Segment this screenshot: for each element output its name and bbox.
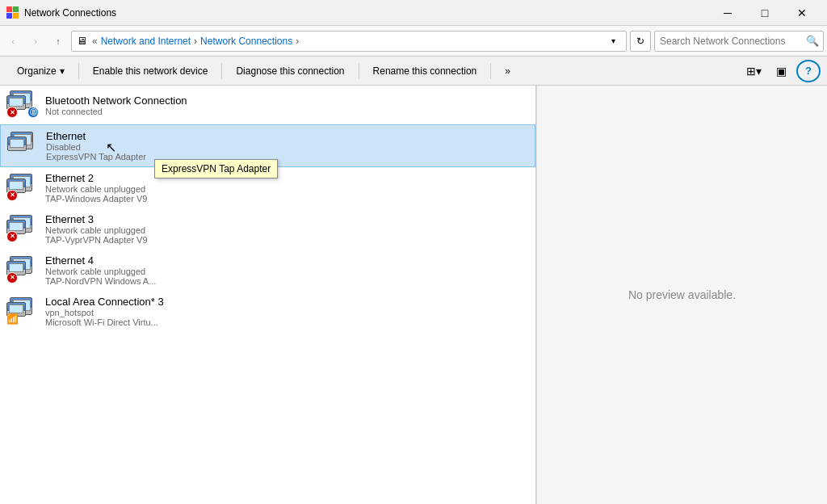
connection-adapter: TAP-Windows Adapter V9 [45,194,529,204]
list-item[interactable]: Ⓑ Bluetooth Network Connection Not conne… [0,86,535,124]
item-info: Local Area Connection* 3 vpn_hotspot Mic… [45,296,529,327]
item-info: Ethernet Disabled ExpressVPN Tap Adapter [46,130,528,162]
connection-adapter: ExpressVPN Tap Adapter [46,152,528,162]
connection-adapter: TAP-NordVPN Windows A... [45,276,529,286]
connection-name: Bluetooth Network Connection [45,94,529,107]
breadcrumb-sep3: › [296,36,299,47]
diagnose-button[interactable]: Diagnose this connection [225,59,355,83]
toolbar-icon-group: ⊞▾ ▣ ? [741,60,821,82]
list-item[interactable]: 📶 Local Area Connection* 3 vpn_hotspot M… [0,291,535,332]
main-content: Ⓑ Bluetooth Network Connection Not conne… [0,86,827,504]
more-icon: » [505,65,510,77]
list-item[interactable]: Ethernet 4 Network cable unplugged TAP-N… [0,250,535,291]
breadcrumb-sep1: « [92,36,98,47]
connection-name: Ethernet 4 [45,254,529,267]
item-icon-bluetooth: Ⓑ [6,90,39,120]
minimize-button[interactable]: ─ [709,0,746,26]
item-icon-ethernet1 [7,132,40,161]
search-icon-button[interactable]: 🔍 [802,31,823,52]
back-button[interactable]: ‹ [3,32,23,51]
maximize-button[interactable]: □ [746,0,783,26]
breadcrumb-network-connections[interactable]: Network Connections [200,36,292,47]
connection-adapter: TAP-VyprVPN Adapter V9 [45,235,529,245]
toolbar: Organize ▾ Enable this network device Di… [0,57,827,86]
address-bar: ‹ › ↑ 🖥 « Network and Internet › Network… [0,26,827,57]
connection-status: Network cable unplugged [45,267,529,276]
preview-pane-button[interactable]: ▣ [769,60,793,82]
connection-adapter: Microsoft Wi-Fi Direct Virtu... [45,317,529,327]
bluetooth-icon: Ⓑ [27,107,39,118]
no-preview-text: No preview available. [628,288,736,301]
item-info: Bluetooth Network Connection Not connect… [45,94,529,116]
toolbar-divider-2 [221,63,222,79]
search-box: 🔍 [654,31,824,52]
item-info: Ethernet 3 Network cable unplugged TAP-V… [45,213,529,245]
address-dropdown-button[interactable]: ▾ [605,33,621,49]
signal-icon: 📶 [6,313,19,325]
list-item[interactable]: Ethernet Disabled ExpressVPN Tap Adapter… [0,124,535,167]
organize-label: Organize [17,65,57,77]
connection-status: Network cable unplugged [45,184,529,194]
rename-label: Rename this connection [373,65,477,77]
rename-button[interactable]: Rename this connection [363,59,488,83]
list-item[interactable]: Ethernet 3 Network cable unplugged TAP-V… [0,208,535,250]
forward-button[interactable]: › [26,32,45,51]
status-x-icon [6,231,18,242]
organize-caret-icon: ▾ [60,65,65,77]
connection-name: Ethernet 2 [45,172,529,184]
status-x-icon [6,190,18,201]
diagnose-label: Diagnose this connection [236,65,344,77]
status-x-icon [6,107,18,118]
toolbar-divider-1 [78,63,79,79]
search-input[interactable] [655,36,802,47]
app-icon [6,6,19,19]
toolbar-divider-3 [359,63,359,79]
connection-status: Not connected [45,107,529,116]
address-path: 🖥 « Network and Internet › Network Conne… [71,31,627,52]
breadcrumb-network-internet[interactable]: Network and Internet [101,36,191,47]
title-bar: Network Connections ─ □ ✕ [0,0,827,26]
toolbar-divider-4 [490,63,491,79]
file-list[interactable]: Ⓑ Bluetooth Network Connection Not conne… [0,86,536,504]
up-button[interactable]: ↑ [48,32,68,51]
connection-name: Ethernet [46,130,528,142]
status-x-icon [6,272,18,284]
item-info: Ethernet 4 Network cable unplugged TAP-N… [45,254,529,286]
connection-name: Local Area Connection* 3 [45,296,529,308]
item-icon-local-area: 📶 [6,297,39,326]
list-item[interactable]: Ethernet 2 Network cable unplugged TAP-W… [0,167,535,208]
window-controls: ─ □ ✕ [709,0,821,26]
refresh-button[interactable]: ↻ [630,31,651,52]
help-button[interactable]: ? [796,60,821,82]
preview-pane: No preview available. [536,86,827,504]
more-button[interactable]: » [494,59,521,83]
enable-button[interactable]: Enable this network device [82,59,219,83]
connection-status: Disabled [46,142,528,152]
enable-label: Enable this network device [93,65,208,77]
item-icon-ethernet2 [6,174,39,203]
connection-status: vpn_hotspot [45,308,529,317]
close-button[interactable]: ✕ [783,0,821,26]
item-icon-ethernet3 [6,215,39,244]
item-icon-ethernet4 [6,256,39,285]
organize-button[interactable]: Organize ▾ [6,59,75,83]
connection-status: Network cable unplugged [45,225,529,235]
window-title: Network Connections [24,7,709,19]
connection-name: Ethernet 3 [45,213,529,225]
cursor-indicator: ↖ [106,140,116,155]
view-options-button[interactable]: ⊞▾ [741,60,766,82]
breadcrumb-sep2: › [194,36,197,47]
item-info: Ethernet 2 Network cable unplugged TAP-W… [45,172,529,204]
